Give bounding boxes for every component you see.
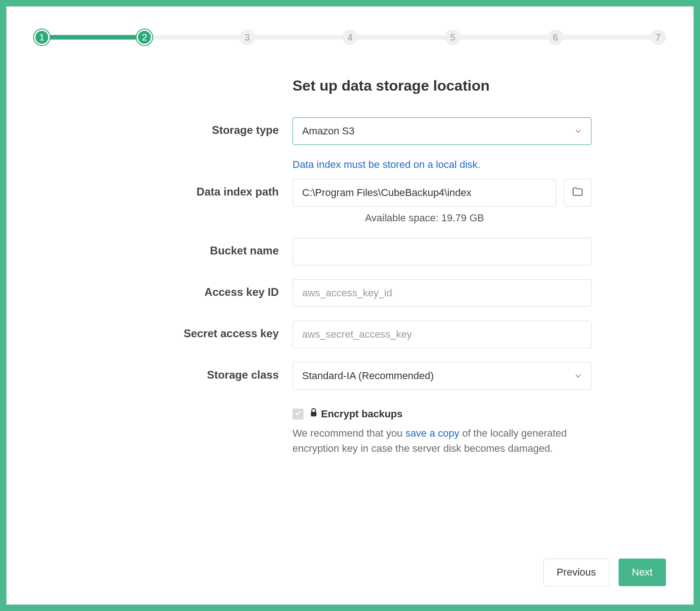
label-bucket-name: Bucket name — [109, 238, 293, 257]
storage-class-value: Standard-IA (Recommended) — [302, 370, 434, 382]
index-note: Data index must be stored on a local dis… — [293, 159, 591, 171]
svg-rect-0 — [311, 412, 316, 416]
lock-icon — [310, 408, 317, 420]
storage-type-select[interactable]: Amazon S3 — [293, 117, 591, 145]
label-storage-class: Storage class — [109, 362, 293, 381]
access-key-id-input[interactable] — [293, 279, 591, 307]
data-index-path-input[interactable] — [293, 179, 557, 207]
step-7: 7 — [650, 29, 666, 45]
row-encrypt: Encrypt backups We recommend that you sa… — [109, 403, 591, 456]
row-access-key-id: Access key ID — [109, 279, 591, 307]
row-bucket-name: Bucket name — [109, 238, 591, 265]
check-icon — [294, 409, 302, 419]
stepper: 1 2 3 4 5 6 7 — [34, 29, 666, 45]
available-space: Available space: 19.79 GB — [293, 212, 557, 224]
chevron-down-icon — [574, 372, 582, 380]
row-storage-type: Storage type Amazon S3 — [109, 117, 591, 145]
stepper-progress — [34, 35, 139, 40]
save-copy-link[interactable]: save a copy — [405, 427, 459, 439]
label-access-key-id: Access key ID — [109, 279, 293, 299]
bucket-name-input[interactable] — [293, 238, 591, 265]
step-3: 3 — [240, 29, 255, 45]
setup-wizard-panel: 1 2 3 4 5 6 7 Set up data storage locati… — [6, 6, 694, 605]
row-secret-access-key: Secret access key — [109, 321, 591, 348]
next-button[interactable]: Next — [619, 559, 666, 586]
step-4: 4 — [342, 29, 358, 45]
chevron-down-icon — [574, 127, 582, 135]
browse-button[interactable] — [564, 179, 591, 207]
step-5: 5 — [445, 29, 460, 45]
step-6: 6 — [548, 29, 563, 45]
storage-class-select[interactable]: Standard-IA (Recommended) — [293, 362, 591, 390]
form-area: Set up data storage location Storage typ… — [109, 77, 591, 456]
previous-button[interactable]: Previous — [543, 559, 609, 586]
storage-type-value: Amazon S3 — [302, 125, 355, 137]
step-2[interactable]: 2 — [137, 29, 152, 45]
label-secret-access-key: Secret access key — [109, 321, 293, 340]
step-1[interactable]: 1 — [34, 29, 50, 45]
folder-icon — [572, 186, 584, 200]
encrypt-checkbox[interactable] — [293, 409, 304, 420]
footer-buttons: Previous Next — [543, 559, 666, 586]
encrypt-help-text: We recommend that you save a copy of the… — [293, 426, 591, 456]
row-data-index-path: Data index path Available space: 19.79 G… — [109, 179, 591, 224]
page-title: Set up data storage location — [293, 77, 591, 94]
encrypt-label: Encrypt backups — [310, 408, 402, 420]
label-storage-type: Storage type — [109, 117, 293, 137]
row-storage-class: Storage class Standard-IA (Recommended) — [109, 362, 591, 390]
secret-access-key-input[interactable] — [293, 321, 591, 348]
label-data-index-path: Data index path — [109, 179, 293, 198]
